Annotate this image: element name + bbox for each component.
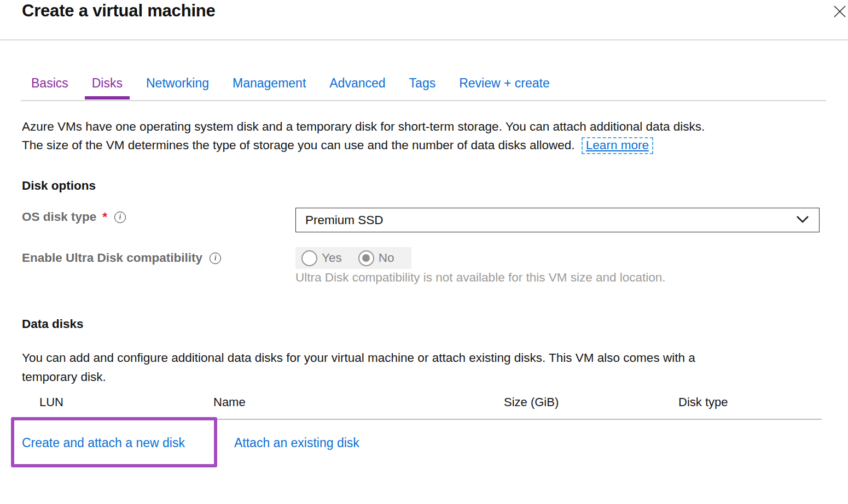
tabs-divider [21, 100, 826, 101]
radio-label-yes: Yes [322, 251, 342, 265]
column-header-lun: LUN [39, 395, 63, 409]
radio-option-no[interactable]: No [358, 250, 394, 266]
radio-circle-no[interactable] [358, 250, 374, 266]
radio-circle-yes[interactable] [301, 250, 317, 266]
header-divider [0, 39, 848, 40]
description-line1: Azure VMs have one operating system disk… [22, 120, 705, 133]
table-header-divider [22, 419, 822, 420]
tab-basics[interactable]: Basics [31, 76, 68, 99]
tab-review-create[interactable]: Review + create [459, 76, 550, 99]
data-disks-description-line2: temporary disk. [22, 370, 106, 384]
disk-options-heading: Disk options [22, 179, 96, 193]
os-disk-type-dropdown[interactable]: Premium SSD [295, 208, 820, 232]
attach-existing-disk-link[interactable]: Attach an existing disk [234, 436, 359, 450]
tab-networking[interactable]: Networking [146, 76, 209, 99]
learn-more-link[interactable]: Learn more [582, 137, 653, 154]
close-icon[interactable] [832, 3, 848, 20]
create-and-attach-new-disk-link[interactable]: Create and attach a new disk [22, 436, 185, 450]
wizard-tabs: Basics Disks Networking Management Advan… [31, 76, 550, 99]
tab-advanced[interactable]: Advanced [329, 76, 385, 99]
tab-management[interactable]: Management [233, 76, 306, 99]
os-disk-type-selected-value: Premium SSD [305, 213, 384, 227]
radio-option-yes[interactable]: Yes [301, 250, 342, 266]
ultra-disk-label-text: Enable Ultra Disk compatibility [22, 251, 202, 265]
os-disk-type-label-text: OS disk type [22, 210, 96, 224]
data-disks-description: You can add and configure additional dat… [22, 348, 821, 386]
data-disks-description-line1: You can add and configure additional dat… [22, 351, 695, 365]
radio-selected-dot [362, 254, 370, 262]
ultra-disk-helper-text: Ultra Disk compatibility is not availabl… [295, 271, 666, 285]
disks-tab-description: Azure VMs have one operating system disk… [22, 118, 832, 155]
column-header-disk-type: Disk type [678, 395, 728, 409]
os-disk-type-label: OS disk type* i [22, 210, 126, 224]
required-asterisk: * [102, 210, 107, 224]
ultra-disk-label: Enable Ultra Disk compatibility i [22, 251, 221, 265]
ultra-disk-radio-group: Yes No [295, 247, 411, 269]
radio-label-no: No [379, 251, 394, 265]
tab-tags[interactable]: Tags [409, 76, 436, 99]
create-vm-dialog: Create a virtual machine Basics Disks Ne… [0, 0, 848, 504]
data-disks-heading: Data disks [22, 317, 84, 331]
column-header-name: Name [213, 395, 246, 409]
description-line2: The size of the VM determines the type o… [22, 138, 575, 152]
page-title: Create a virtual machine [22, 1, 216, 21]
tab-disks[interactable]: Disks [92, 76, 123, 99]
column-header-size: Size (GiB) [504, 395, 559, 409]
chevron-down-icon [796, 215, 809, 225]
os-disk-type-info-icon[interactable]: i [114, 212, 126, 223]
ultra-disk-info-icon[interactable]: i [210, 253, 221, 264]
